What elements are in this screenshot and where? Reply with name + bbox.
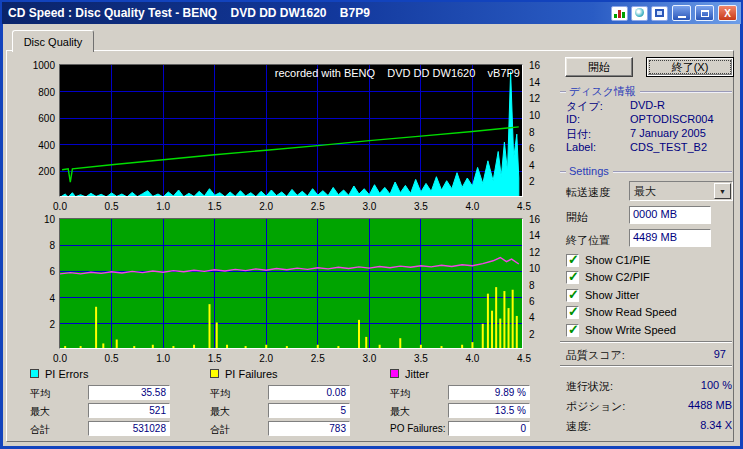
jitter-swatch: [390, 369, 399, 378]
exit-button[interactable]: 終了(X): [646, 57, 734, 77]
end-position-label: 終了位置: [566, 233, 610, 248]
pi-failures-stats: PI Failures 平均0.08 最大5 合計783: [210, 367, 382, 439]
progress-value: 100 %: [701, 379, 732, 391]
pi-failures-average-value: 0.08: [268, 385, 350, 400]
start-position-field[interactable]: 0000 MB: [629, 206, 711, 224]
bottom-chart-left-axis: 108642: [23, 219, 57, 350]
stat-label: 合計: [210, 423, 230, 437]
pi-failures-max-value: 5: [268, 403, 350, 418]
stat-row: 平均35.58: [30, 385, 202, 403]
minimize-button[interactable]: [672, 5, 691, 21]
transfer-speed-value: 最大: [630, 184, 714, 199]
quality-score-value: 97: [714, 348, 726, 360]
checkbox-box[interactable]: [566, 271, 579, 284]
bottom-chart: [59, 218, 523, 349]
start-button[interactable]: 開始: [565, 57, 633, 77]
disc-type-value: DVD-R: [630, 99, 665, 111]
app-window: CD Speed : Disc Quality Test - BENQ DVD …: [0, 0, 743, 449]
checkbox-box[interactable]: [566, 306, 579, 319]
start-position-label: 開始: [566, 210, 588, 225]
stat-row: 最大13.5 %: [390, 403, 562, 421]
checkbox-label: Show C1/PIE: [585, 254, 650, 266]
checkbox-box[interactable]: [566, 289, 579, 302]
transfer-speed-select[interactable]: 最大 ▼: [629, 181, 733, 201]
stat-row: 最大5: [210, 403, 382, 421]
stat-label: 最大: [210, 405, 230, 419]
chart-icon[interactable]: [611, 6, 628, 21]
checkbox-show-write-speed[interactable]: Show Write Speed: [566, 323, 676, 337]
checkbox-box[interactable]: [566, 254, 579, 267]
checkbox-box[interactable]: [566, 324, 579, 337]
settings-header-label: Settings: [569, 165, 609, 177]
disc-icon[interactable]: [631, 6, 648, 21]
checkbox-label: Show Jitter: [585, 289, 639, 301]
quality-score-label: 品質スコア:: [566, 348, 625, 363]
jitter-stats: Jitter 平均9.89 % 最大13.5 % PO Failures:0: [390, 367, 562, 439]
stat-row: 合計531028: [30, 421, 202, 439]
title-bar: CD Speed : Disc Quality Test - BENQ DVD …: [2, 2, 741, 24]
stat-label: 最大: [30, 405, 50, 419]
top-chart-left-axis: 1000800600400200: [23, 65, 57, 198]
disc-date-value: 7 January 2005: [630, 127, 706, 139]
stat-label: 合計: [30, 423, 50, 437]
right-panel: 開始 終了(X) ディスク情報 タイプ: DVD-R ID: OPTODISCR…: [558, 54, 736, 446]
pi-errors-legend: PI Errors: [30, 367, 202, 380]
pi-errors-max-value: 521: [88, 403, 170, 418]
end-position-field[interactable]: 4489 MB: [629, 229, 711, 247]
pi-errors-legend-label: PI Errors: [45, 368, 88, 380]
checkbox-show-read-speed[interactable]: Show Read Speed: [566, 305, 677, 319]
separator: [560, 341, 732, 342]
stat-row: 平均9.89 %: [390, 385, 562, 403]
checkbox-label: Show C2/PIF: [585, 271, 650, 283]
jitter-average-value: 9.89 %: [448, 385, 530, 400]
disc-date-label: 日付:: [566, 127, 591, 142]
jitter-legend: Jitter: [390, 367, 562, 380]
combo-dropdown-button[interactable]: ▼: [714, 183, 731, 199]
disc-label-label: Label:: [566, 141, 596, 153]
disc-label-value: CDS_TEST_B2: [630, 141, 707, 153]
close-button[interactable]: X: [718, 5, 737, 21]
position-label: ポジション:: [566, 399, 625, 414]
stat-row: PO Failures:0: [390, 421, 562, 439]
stat-label: 最大: [390, 405, 410, 419]
position-value: 4488 MB: [688, 399, 732, 411]
pi-failures-legend: PI Failures: [210, 367, 382, 380]
maximize-button[interactable]: [695, 5, 714, 21]
jitter-legend-label: Jitter: [405, 368, 429, 380]
po-failures-value: 0: [448, 421, 530, 436]
pi-failures-swatch: [210, 369, 219, 378]
pi-errors-average-value: 35.58: [88, 385, 170, 400]
transfer-speed-label: 転送速度: [566, 185, 610, 200]
window-content: Disc Quality recorded with BENQ DVD DD D…: [3, 24, 740, 446]
progress-label: 進行状況:: [566, 379, 613, 394]
chart-note: recorded with BENQ DVD DD DW1620 vB7P9: [266, 67, 520, 79]
top-chart: [59, 64, 523, 197]
start-position-value: 0000 MB: [633, 208, 677, 220]
settings-header: Settings: [560, 165, 732, 177]
checkbox-show-c2-pif[interactable]: Show C2/PIF: [566, 270, 650, 284]
pi-errors-total-value: 531028: [88, 421, 170, 436]
disc-id-label: ID:: [566, 113, 580, 125]
stat-label: PO Failures:: [390, 423, 446, 434]
disc-type-label: タイプ:: [566, 99, 603, 114]
checkbox-show-c1-pie[interactable]: Show C1/PIE: [566, 253, 650, 267]
chevron-down-icon: ▼: [719, 188, 726, 195]
end-position-value: 4489 MB: [633, 231, 677, 243]
stat-label: 平均: [390, 387, 410, 401]
bottom-chart-x-axis: 0.00.51.01.52.02.53.03.54.04.5: [60, 352, 524, 364]
pi-failures-total-value: 783: [268, 421, 350, 436]
tab-label: Disc Quality: [24, 36, 83, 48]
checkbox-show-jitter[interactable]: Show Jitter: [566, 288, 639, 302]
top-chart-x-axis: 0.00.51.01.52.02.53.03.54.04.5: [60, 200, 524, 212]
stat-label: 平均: [210, 387, 230, 401]
disc-id-value: OPTODISCR004: [630, 113, 714, 125]
separator: [560, 365, 732, 366]
tab-disc-quality[interactable]: Disc Quality: [12, 30, 94, 52]
titlebar-buttons: X: [611, 5, 737, 21]
window-pane-icon[interactable]: [651, 6, 668, 21]
pi-errors-stats: PI Errors 平均35.58 最大521 合計531028: [30, 367, 202, 439]
bottom-chart-right-axis: 161412108642: [527, 219, 547, 350]
stat-row: 最大521: [30, 403, 202, 421]
speed-label: 速度:: [566, 419, 591, 434]
window-title: CD Speed : Disc Quality Test - BENQ DVD …: [8, 6, 611, 20]
